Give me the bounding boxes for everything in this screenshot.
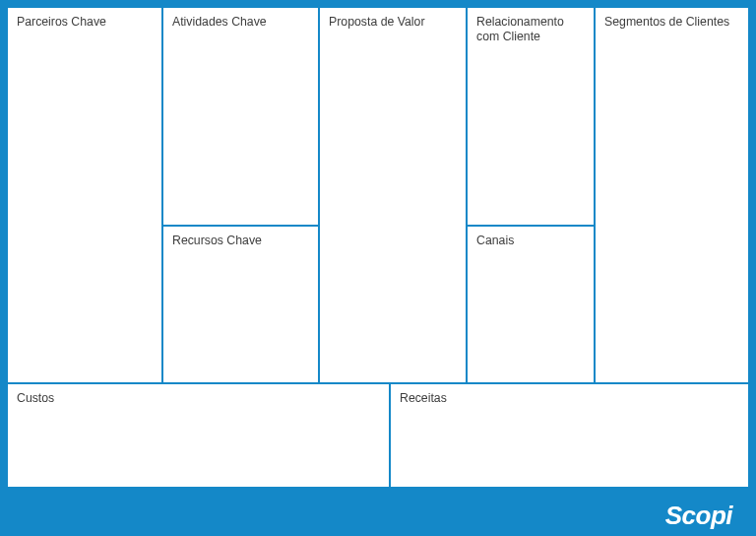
cell-revenue: Receitas: [391, 384, 748, 487]
business-model-canvas: Parceiros Chave Atividades Chave Recurso…: [0, 0, 756, 495]
canvas-top-row: Parceiros Chave Atividades Chave Recurso…: [8, 8, 748, 384]
cell-key-activities: Atividades Chave: [163, 8, 318, 227]
col-key-partners: Parceiros Chave: [8, 8, 163, 382]
col-relationships-channels: Relacionamento com Cliente Canais: [468, 8, 596, 382]
col-costs: Custos: [8, 384, 391, 487]
brand-logo: Scopi: [665, 501, 732, 531]
cell-value-proposition: Proposta de Valor: [320, 8, 466, 382]
col-activities-resources: Atividades Chave Recursos Chave: [163, 8, 320, 382]
cell-customer-relationships: Relacionamento com Cliente: [468, 8, 594, 227]
canvas-bottom-row: Custos Receitas: [8, 384, 748, 487]
col-value-proposition: Proposta de Valor: [320, 8, 468, 382]
cell-key-resources: Recursos Chave: [163, 227, 318, 382]
cell-customer-segments: Segmentos de Clientes: [596, 8, 748, 382]
cell-channels: Canais: [468, 227, 594, 382]
col-customer-segments: Segmentos de Clientes: [596, 8, 748, 382]
cell-costs: Custos: [8, 384, 389, 487]
col-revenue: Receitas: [391, 384, 748, 487]
cell-key-partners: Parceiros Chave: [8, 8, 161, 382]
footer: Scopi: [0, 495, 756, 536]
